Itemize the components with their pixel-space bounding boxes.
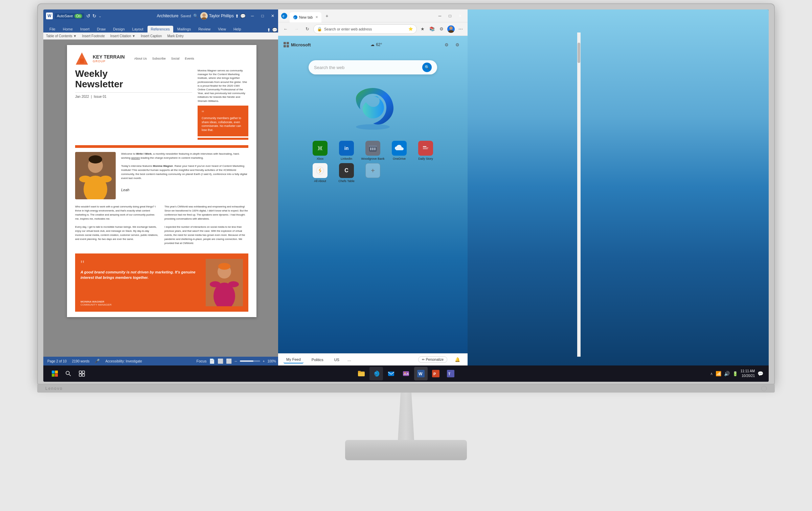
tab-my-feed[interactable]: My Feed xyxy=(284,356,303,363)
welcome-text: Welcome to Write I Werk, a monthly newsl… xyxy=(121,152,248,199)
volume-icon[interactable]: 🔊 xyxy=(724,371,730,376)
edge-bottom-bar: My Feed Politics US ... ✏ Person xyxy=(278,353,468,365)
app-icon-xbox[interactable]: Xbox xyxy=(308,141,332,160)
zoom-minus[interactable]: ─ xyxy=(234,359,237,363)
autosave-toggle[interactable]: On xyxy=(74,14,82,18)
daily-story-label: Daily Story xyxy=(418,157,433,160)
brand-sub: GROUP xyxy=(93,60,125,63)
minimize-button[interactable]: ─ xyxy=(248,12,257,20)
favorites-icon[interactable]: ★ xyxy=(418,25,427,34)
new-tab-button[interactable]: + xyxy=(323,12,331,20)
svg-rect-48 xyxy=(79,374,82,376)
tab-references[interactable]: References xyxy=(148,26,173,32)
quote-photo xyxy=(206,259,243,306)
app-icon-linkedin[interactable]: in LinkedIn xyxy=(335,141,358,160)
tab-mailings[interactable]: Mailings xyxy=(174,26,194,32)
tab-home[interactable]: Home xyxy=(60,26,76,32)
comment-ribbon-icon[interactable]: 💬 xyxy=(272,27,277,32)
tab-draw[interactable]: Draw xyxy=(94,26,109,32)
share-icon[interactable]: ⬆ xyxy=(235,14,239,19)
app-icon-chefs-table[interactable]: C Chefs Table xyxy=(335,163,358,183)
notification-icon[interactable]: 💬 xyxy=(758,371,763,376)
word-document: KEY TERRAIN GROUP About Us Subscribe Soc… xyxy=(43,40,280,357)
search-icon[interactable]: 🔍 xyxy=(193,14,198,18)
collections-icon[interactable]: 📚 xyxy=(428,25,436,34)
taskbar-search-button[interactable] xyxy=(62,368,74,380)
undo-icon[interactable]: ↺ xyxy=(86,13,90,19)
taskbar-edge[interactable] xyxy=(369,367,383,380)
search-box[interactable]: Search the web 🔍 xyxy=(309,60,437,74)
focus-label[interactable]: Focus xyxy=(197,359,207,363)
all-about-label: All About xyxy=(314,179,326,183)
customize-icon[interactable]: ⚙ xyxy=(442,40,451,49)
taskbar-teams[interactable]: T xyxy=(444,367,457,380)
view-options-icon[interactable]: ⌄ xyxy=(98,14,102,18)
start-button[interactable] xyxy=(49,368,61,380)
comments-icon[interactable]: 💬 xyxy=(240,14,246,19)
edge-close-button[interactable]: ✕ xyxy=(455,12,465,20)
taskbar-file-explorer[interactable] xyxy=(355,367,368,380)
col-text-1: Who wouldn't want to work with a great c… xyxy=(75,205,159,245)
address-bar[interactable]: 🔒 Search or enter web address ⭐ xyxy=(313,24,417,34)
app-icon-onedrive[interactable]: OneDrive xyxy=(387,141,411,160)
more-tabs-icon[interactable]: ... xyxy=(347,357,351,362)
share-ribbon-icon[interactable]: ⬆ xyxy=(267,27,271,32)
svg-point-14 xyxy=(79,176,91,182)
system-clock[interactable]: 11:11 AM 10/20/21 xyxy=(741,369,755,378)
tab-close-icon[interactable]: ✕ xyxy=(315,15,318,19)
taskbar-powerpoint[interactable]: P xyxy=(429,367,443,380)
app-icon-daily-story[interactable]: Daily Story xyxy=(414,141,437,160)
tab-us[interactable]: US xyxy=(332,356,342,363)
taskbar-photos[interactable] xyxy=(399,367,413,380)
profile-icon[interactable] xyxy=(447,25,455,34)
accessibility-label[interactable]: Accessibility: Investigate xyxy=(105,359,142,363)
close-button[interactable]: ✕ xyxy=(268,12,277,20)
back-button[interactable]: ← xyxy=(281,24,290,34)
tab-help[interactable]: Help xyxy=(230,26,245,32)
task-view-button[interactable] xyxy=(76,368,88,380)
battery-icon[interactable]: 🔋 xyxy=(732,371,738,376)
zoom-plus[interactable]: + xyxy=(263,359,265,363)
show-hidden-icons[interactable]: ∧ xyxy=(710,372,713,376)
tab-insert[interactable]: Insert xyxy=(77,26,93,32)
maximize-button[interactable]: □ xyxy=(258,12,267,20)
tab-review[interactable]: Review xyxy=(195,26,214,32)
wifi-icon[interactable]: 📶 xyxy=(716,371,721,376)
tab-view[interactable]: View xyxy=(215,26,229,32)
svg-text:T: T xyxy=(448,372,450,376)
settings-icon[interactable]: ⚙ xyxy=(437,25,446,34)
nav-link-social: Social xyxy=(171,57,180,60)
search-submit-button[interactable]: 🔍 xyxy=(422,63,432,72)
tab-layout[interactable]: Layout xyxy=(129,26,147,32)
forward-button[interactable]: → xyxy=(292,24,301,34)
tab-design[interactable]: Design xyxy=(110,26,128,32)
scrollbar-thumb[interactable] xyxy=(578,43,580,63)
word-scrollbar[interactable] xyxy=(577,32,581,357)
edge-minimize-button[interactable]: ─ xyxy=(435,12,445,20)
svg-rect-40 xyxy=(52,371,55,374)
taskbar-word[interactable]: W xyxy=(414,367,428,380)
view-print-icon[interactable]: ⬜ xyxy=(218,358,223,364)
page-settings-icon[interactable]: ⚙ xyxy=(453,40,462,49)
zoom-slider[interactable] xyxy=(240,360,260,362)
dictation-icon[interactable]: 🎤 xyxy=(95,359,100,363)
word-ribbon: File Home Insert Draw Design Layout Refe… xyxy=(43,22,280,40)
svg-point-7 xyxy=(201,17,207,20)
more-options-icon[interactable]: ⋯ xyxy=(456,25,465,34)
personalize-button[interactable]: ✏ Personalize xyxy=(418,356,447,363)
edge-maximize-button[interactable]: □ xyxy=(445,12,455,20)
notifications-bell-icon[interactable]: 🔔 xyxy=(453,355,462,364)
view-read-icon[interactable]: 📄 xyxy=(209,358,215,364)
edge-tab[interactable]: e New tab ✕ xyxy=(290,12,321,22)
app-icon-all-about[interactable]: All About xyxy=(308,163,332,183)
tab-politics[interactable]: Politics xyxy=(309,356,326,363)
app-icon-woodgrove[interactable]: Woodgrove Bank xyxy=(361,141,385,160)
tab-file[interactable]: File xyxy=(46,26,59,32)
nav-link-events: Events xyxy=(185,57,194,60)
saved-indicator: Saved xyxy=(180,14,191,18)
redo-icon[interactable]: ↻ xyxy=(92,13,96,19)
taskbar-mail[interactable] xyxy=(384,367,398,380)
app-icon-add[interactable]: + xyxy=(361,163,385,183)
refresh-button[interactable]: ↻ xyxy=(302,24,312,34)
view-web-icon[interactable]: ⬜ xyxy=(226,358,232,364)
